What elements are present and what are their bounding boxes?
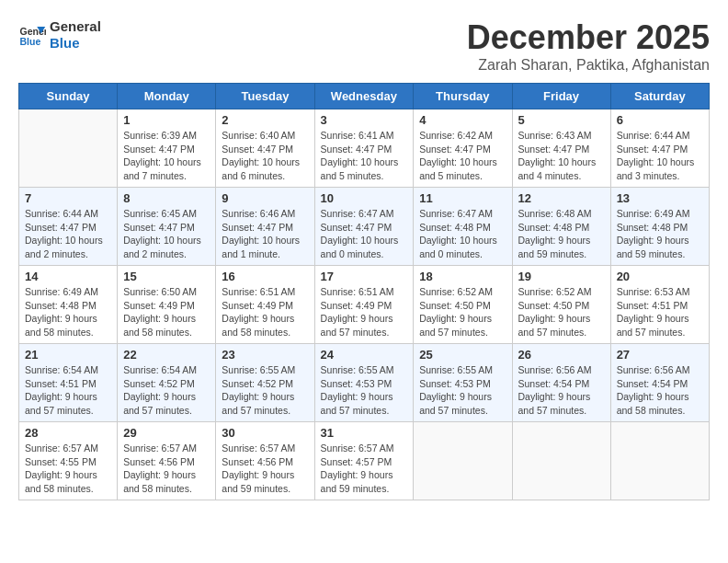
day-header-friday: Friday bbox=[512, 84, 610, 109]
day-number: 20 bbox=[617, 270, 703, 283]
logo-text-blue: Blue bbox=[50, 35, 101, 52]
day-number: 30 bbox=[222, 426, 308, 440]
day-detail: Sunrise: 6:55 AM Sunset: 4:53 PM Dayligh… bbox=[321, 363, 408, 418]
day-detail: Sunrise: 6:56 AM Sunset: 4:54 PM Dayligh… bbox=[617, 363, 703, 418]
calendar-cell: 13Sunrise: 6:49 AM Sunset: 4:48 PM Dayli… bbox=[610, 188, 709, 266]
calendar-cell: 27Sunrise: 6:56 AM Sunset: 4:54 PM Dayli… bbox=[610, 344, 709, 422]
day-number: 12 bbox=[518, 191, 605, 205]
day-detail: Sunrise: 6:51 AM Sunset: 4:49 PM Dayligh… bbox=[222, 285, 308, 339]
day-number: 22 bbox=[123, 348, 210, 362]
day-detail: Sunrise: 6:47 AM Sunset: 4:47 PM Dayligh… bbox=[321, 207, 408, 261]
calendar-cell: 26Sunrise: 6:56 AM Sunset: 4:54 PM Dayli… bbox=[512, 344, 610, 422]
calendar-cell: 21Sunrise: 6:54 AM Sunset: 4:51 PM Dayli… bbox=[19, 344, 118, 422]
day-number: 10 bbox=[321, 191, 408, 205]
day-detail: Sunrise: 6:51 AM Sunset: 4:49 PM Dayligh… bbox=[321, 285, 408, 339]
week-row-1: 1Sunrise: 6:39 AM Sunset: 4:47 PM Daylig… bbox=[19, 109, 710, 188]
day-number: 13 bbox=[617, 191, 703, 205]
calendar-cell: 9Sunrise: 6:46 AM Sunset: 4:47 PM Daylig… bbox=[216, 188, 314, 266]
day-number: 7 bbox=[25, 191, 111, 205]
calendar-cell: 15Sunrise: 6:50 AM Sunset: 4:49 PM Dayli… bbox=[118, 266, 216, 344]
day-number: 17 bbox=[321, 270, 408, 283]
logo-icon: General Blue bbox=[18, 21, 46, 49]
day-detail: Sunrise: 6:56 AM Sunset: 4:54 PM Dayligh… bbox=[518, 363, 605, 418]
calendar-cell bbox=[610, 422, 709, 500]
day-detail: Sunrise: 6:54 AM Sunset: 4:51 PM Dayligh… bbox=[25, 363, 111, 418]
week-row-3: 14Sunrise: 6:49 AM Sunset: 4:48 PM Dayli… bbox=[19, 266, 710, 344]
location-title: Zarah Sharan, Paktika, Afghanistan bbox=[467, 57, 710, 74]
day-number: 1 bbox=[123, 113, 210, 127]
day-detail: Sunrise: 6:48 AM Sunset: 4:48 PM Dayligh… bbox=[518, 207, 605, 261]
day-number: 5 bbox=[518, 113, 605, 127]
day-detail: Sunrise: 6:40 AM Sunset: 4:47 PM Dayligh… bbox=[222, 129, 308, 183]
day-number: 2 bbox=[222, 113, 308, 127]
calendar-cell: 7Sunrise: 6:44 AM Sunset: 4:47 PM Daylig… bbox=[19, 188, 118, 266]
calendar-cell: 2Sunrise: 6:40 AM Sunset: 4:47 PM Daylig… bbox=[216, 109, 314, 188]
day-detail: Sunrise: 6:57 AM Sunset: 4:55 PM Dayligh… bbox=[25, 442, 111, 496]
calendar-cell: 14Sunrise: 6:49 AM Sunset: 4:48 PM Dayli… bbox=[19, 266, 118, 344]
day-detail: Sunrise: 6:49 AM Sunset: 4:48 PM Dayligh… bbox=[25, 285, 111, 339]
day-number: 31 bbox=[321, 426, 408, 440]
day-detail: Sunrise: 6:55 AM Sunset: 4:53 PM Dayligh… bbox=[419, 363, 506, 418]
days-header-row: SundayMondayTuesdayWednesdayThursdayFrid… bbox=[19, 84, 710, 109]
day-number: 6 bbox=[617, 113, 703, 127]
calendar-cell: 8Sunrise: 6:45 AM Sunset: 4:47 PM Daylig… bbox=[118, 188, 216, 266]
calendar-cell: 12Sunrise: 6:48 AM Sunset: 4:48 PM Dayli… bbox=[512, 188, 610, 266]
week-row-2: 7Sunrise: 6:44 AM Sunset: 4:47 PM Daylig… bbox=[19, 188, 710, 266]
calendar-cell: 22Sunrise: 6:54 AM Sunset: 4:52 PM Dayli… bbox=[118, 344, 216, 422]
day-detail: Sunrise: 6:53 AM Sunset: 4:51 PM Dayligh… bbox=[617, 285, 703, 339]
day-detail: Sunrise: 6:46 AM Sunset: 4:47 PM Dayligh… bbox=[222, 207, 308, 261]
day-detail: Sunrise: 6:44 AM Sunset: 4:47 PM Dayligh… bbox=[617, 129, 703, 183]
day-header-monday: Monday bbox=[118, 84, 216, 109]
logo: General Blue General Blue bbox=[18, 18, 101, 52]
day-detail: Sunrise: 6:52 AM Sunset: 4:50 PM Dayligh… bbox=[419, 285, 506, 339]
day-detail: Sunrise: 6:42 AM Sunset: 4:47 PM Dayligh… bbox=[419, 129, 506, 183]
day-number: 11 bbox=[419, 191, 506, 205]
calendar-cell: 31Sunrise: 6:57 AM Sunset: 4:57 PM Dayli… bbox=[314, 422, 414, 500]
day-detail: Sunrise: 6:49 AM Sunset: 4:48 PM Dayligh… bbox=[617, 207, 703, 261]
calendar-cell: 3Sunrise: 6:41 AM Sunset: 4:47 PM Daylig… bbox=[314, 109, 414, 188]
day-detail: Sunrise: 6:57 AM Sunset: 4:56 PM Dayligh… bbox=[222, 442, 308, 496]
day-number: 9 bbox=[222, 191, 308, 205]
calendar-cell: 28Sunrise: 6:57 AM Sunset: 4:55 PM Dayli… bbox=[19, 422, 118, 500]
day-detail: Sunrise: 6:43 AM Sunset: 4:47 PM Dayligh… bbox=[518, 129, 605, 183]
day-number: 24 bbox=[321, 348, 408, 362]
calendar-cell: 1Sunrise: 6:39 AM Sunset: 4:47 PM Daylig… bbox=[118, 109, 216, 188]
calendar-cell: 4Sunrise: 6:42 AM Sunset: 4:47 PM Daylig… bbox=[414, 109, 512, 188]
day-number: 19 bbox=[518, 270, 605, 283]
page-header: General Blue General Blue December 2025 … bbox=[18, 18, 710, 74]
day-number: 29 bbox=[123, 426, 210, 440]
calendar-cell: 29Sunrise: 6:57 AM Sunset: 4:56 PM Dayli… bbox=[118, 422, 216, 500]
day-detail: Sunrise: 6:55 AM Sunset: 4:52 PM Dayligh… bbox=[222, 363, 308, 418]
day-number: 14 bbox=[25, 270, 111, 283]
day-header-saturday: Saturday bbox=[610, 84, 709, 109]
calendar-cell: 23Sunrise: 6:55 AM Sunset: 4:52 PM Dayli… bbox=[216, 344, 314, 422]
calendar-cell: 24Sunrise: 6:55 AM Sunset: 4:53 PM Dayli… bbox=[314, 344, 414, 422]
week-row-4: 21Sunrise: 6:54 AM Sunset: 4:51 PM Dayli… bbox=[19, 344, 710, 422]
day-detail: Sunrise: 6:47 AM Sunset: 4:48 PM Dayligh… bbox=[419, 207, 506, 261]
calendar-cell: 25Sunrise: 6:55 AM Sunset: 4:53 PM Dayli… bbox=[414, 344, 512, 422]
day-detail: Sunrise: 6:41 AM Sunset: 4:47 PM Dayligh… bbox=[321, 129, 408, 183]
day-detail: Sunrise: 6:39 AM Sunset: 4:47 PM Dayligh… bbox=[123, 129, 210, 183]
day-detail: Sunrise: 6:57 AM Sunset: 4:57 PM Dayligh… bbox=[321, 442, 408, 496]
calendar-cell: 16Sunrise: 6:51 AM Sunset: 4:49 PM Dayli… bbox=[216, 266, 314, 344]
calendar-cell: 17Sunrise: 6:51 AM Sunset: 4:49 PM Dayli… bbox=[314, 266, 414, 344]
day-number: 16 bbox=[222, 270, 308, 283]
calendar-cell: 11Sunrise: 6:47 AM Sunset: 4:48 PM Dayli… bbox=[414, 188, 512, 266]
calendar-title-section: December 2025 Zarah Sharan, Paktika, Afg… bbox=[467, 18, 710, 74]
day-detail: Sunrise: 6:44 AM Sunset: 4:47 PM Dayligh… bbox=[25, 207, 111, 261]
day-number: 15 bbox=[123, 270, 210, 283]
day-number: 25 bbox=[419, 348, 506, 362]
day-number: 21 bbox=[25, 348, 111, 362]
day-detail: Sunrise: 6:50 AM Sunset: 4:49 PM Dayligh… bbox=[123, 285, 210, 339]
day-number: 18 bbox=[419, 270, 506, 283]
day-number: 26 bbox=[518, 348, 605, 362]
day-header-tuesday: Tuesday bbox=[216, 84, 314, 109]
day-header-sunday: Sunday bbox=[19, 84, 118, 109]
day-header-thursday: Thursday bbox=[414, 84, 512, 109]
svg-text:Blue: Blue bbox=[20, 36, 41, 47]
calendar-cell: 19Sunrise: 6:52 AM Sunset: 4:50 PM Dayli… bbox=[512, 266, 610, 344]
day-detail: Sunrise: 6:45 AM Sunset: 4:47 PM Dayligh… bbox=[123, 207, 210, 261]
month-title: December 2025 bbox=[467, 18, 710, 57]
day-detail: Sunrise: 6:52 AM Sunset: 4:50 PM Dayligh… bbox=[518, 285, 605, 339]
day-number: 27 bbox=[617, 348, 703, 362]
